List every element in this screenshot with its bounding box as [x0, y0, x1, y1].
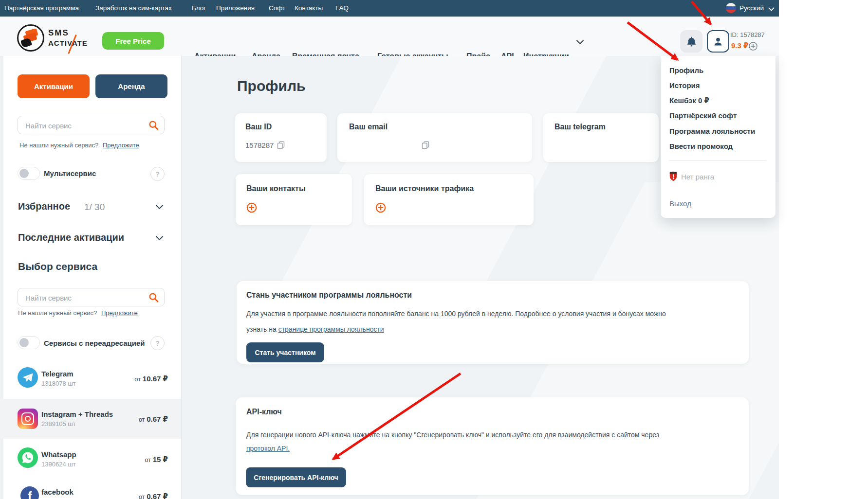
service-price: от 0.67 ₽ [110, 492, 168, 499]
profile-dropdown: Профиль История Кешбэк 0 ₽ Партнёрский с… [661, 56, 776, 218]
menu-item-loyalty-program[interactable]: Программа лояльности [669, 127, 755, 135]
help-icon[interactable]: ? [150, 336, 165, 350]
sidebar: Активации Аренда Не нашли нужный сервис?… [0, 56, 182, 499]
service-search-input[interactable] [24, 116, 148, 135]
card-traffic-sources [364, 174, 534, 225]
copy-icon[interactable] [277, 141, 285, 149]
russian-flag-icon [726, 3, 736, 13]
api-text-line2: протокол API. [246, 445, 290, 452]
service-price: от 0.67 ₽ [110, 415, 168, 424]
loyalty-title: Стань участником программы лояльности [246, 291, 412, 300]
not-found-text: Не нашли нужный сервис? [19, 142, 98, 149]
generate-api-key-button[interactable]: Сгенерировать API-ключ [246, 467, 346, 487]
search-icon[interactable] [148, 120, 159, 130]
not-found-hint-2: Не нашли нужный сервис? Предложите [18, 309, 138, 317]
search-icon[interactable] [148, 292, 159, 303]
page-title: Профиль [237, 78, 305, 94]
forwarding-label: Сервисы с переадресацией [44, 339, 145, 347]
card-your-email [337, 113, 532, 162]
suggest-service-link[interactable]: Предложите [101, 309, 138, 317]
rank-shield-icon [669, 171, 677, 181]
last-activations-heading[interactable]: Последние активации [18, 232, 124, 243]
top-navbar: Партнёрская программа Заработок на сим-к… [0, 0, 779, 17]
service-price: от 15 ₽ [110, 455, 168, 464]
page: Партнёрская программа Заработок на сим-к… [0, 0, 868, 499]
top-up-balance-button[interactable] [749, 42, 757, 51]
your-id-value: 1578287 [245, 141, 274, 149]
not-found-text: Не нашли нужный сервис? [18, 309, 97, 317]
service-search-input-2[interactable] [24, 288, 148, 307]
facebook-icon: f [20, 486, 39, 499]
profile-button[interactable] [707, 30, 729, 53]
logo-text-sms: SMS [48, 28, 69, 38]
your-contacts-label: Ваши контакты [246, 184, 306, 193]
service-row-whatsapp[interactable]: Whatsapp 1390624 шт от 15 ₽ [0, 439, 182, 479]
service-select-heading: Выбор сервиса [18, 261, 97, 272]
tab-rent[interactable]: Аренда [95, 74, 167, 98]
topbar-link-partner[interactable]: Партнёрская программа [4, 4, 79, 12]
menu-item-cashback[interactable]: Кешбэк 0 ₽ [669, 96, 709, 105]
api-protocol-link[interactable]: протокол API. [246, 445, 290, 452]
chevron-down-icon[interactable] [576, 37, 584, 45]
header: SMS ACTIVATE Free Price Активации Аренда… [0, 17, 779, 56]
service-row-instagram[interactable]: Instagram + Threads 2389105 шт от 0.67 ₽ [0, 399, 182, 439]
menu-item-partner-soft[interactable]: Партнёрский софт [669, 111, 737, 120]
become-member-button[interactable]: Стать участником [246, 342, 324, 362]
copy-icon[interactable] [422, 141, 429, 149]
topbar-link-apps[interactable]: Приложения [216, 4, 255, 12]
topbar-link-contacts[interactable]: Контакты [295, 4, 323, 12]
user-id: ID: 1578287 [730, 31, 765, 38]
service-search [18, 116, 165, 134]
card-your-telegram [543, 113, 659, 162]
service-row-telegram[interactable]: Telegram 1318078 шт от 10.67 ₽ [0, 364, 182, 399]
free-price-button[interactable]: Free Price [102, 32, 164, 50]
language-selector[interactable]: Русский [739, 4, 764, 12]
card-your-id [235, 113, 327, 162]
help-icon[interactable]: ? [150, 167, 165, 181]
loyalty-text-line2: узнать на странице программы лояльности [246, 325, 384, 333]
sms-activate-logo[interactable]: SMS ACTIVATE [17, 23, 95, 54]
topbar-link-faq[interactable]: FAQ [335, 4, 349, 12]
whatsapp-icon [18, 447, 38, 468]
menu-item-profile[interactable]: Профиль [669, 66, 703, 74]
notifications-button[interactable] [680, 30, 702, 53]
multiservice-toggle[interactable] [18, 167, 40, 180]
loyalty-program-link[interactable]: странице программы лояльности [278, 325, 384, 333]
rank-label: Нет ранга [681, 173, 714, 181]
service-search-2 [18, 288, 165, 306]
tab-activations[interactable]: Активации [18, 74, 90, 98]
loyalty-text-line1: Для участия в программе лояльности попол… [246, 310, 666, 318]
chevron-down-icon[interactable] [156, 233, 164, 241]
service-row-facebook[interactable]: f facebook от 0.67 ₽ [0, 479, 182, 499]
multiservice-label: Мультисервис [44, 169, 96, 178]
chevron-down-icon[interactable] [768, 5, 775, 11]
add-contact-button[interactable] [246, 202, 257, 213]
api-text-line1: Для генерации нового API-ключа нажмите н… [246, 431, 659, 439]
telegram-icon [18, 367, 38, 388]
service-price: от 10.67 ₽ [110, 374, 168, 383]
favorites-heading[interactable]: Избранное [18, 201, 70, 212]
loyalty-text-prefix: узнать на [246, 325, 278, 333]
menu-item-history[interactable]: История [669, 81, 700, 89]
forwarding-toggle[interactable] [18, 336, 40, 349]
chevron-down-icon[interactable] [156, 202, 164, 210]
logo-emblem-icon [17, 24, 44, 52]
person-icon [713, 36, 723, 47]
balance: 9.3 ₽ [731, 41, 748, 50]
traffic-sources-label: Ваши источники трафика [375, 184, 474, 193]
api-key-title: API-ключ [246, 408, 282, 416]
topbar-link-soft[interactable]: Софт [269, 4, 285, 12]
bell-icon [686, 36, 697, 47]
menu-item-logout[interactable]: Выход [669, 199, 691, 208]
your-telegram-label: Ваш telegram [554, 123, 606, 131]
topbar-link-blog[interactable]: Блог [192, 4, 206, 12]
not-found-hint: Не нашли нужный сервис? Предложите [19, 142, 139, 149]
logo-text-activate: ACTIVATE [48, 39, 88, 47]
suggest-service-link[interactable]: Предложите [103, 142, 139, 149]
your-email-label: Ваш email [349, 123, 388, 131]
menu-item-enter-promocode[interactable]: Ввести промокод [669, 142, 733, 150]
topbar-link-sim-earn[interactable]: Заработок на сим-картах [95, 4, 172, 12]
your-id-label: Ваш ID [245, 123, 272, 131]
add-traffic-source-button[interactable] [375, 202, 386, 213]
favorites-count: 1/ 30 [84, 202, 105, 213]
